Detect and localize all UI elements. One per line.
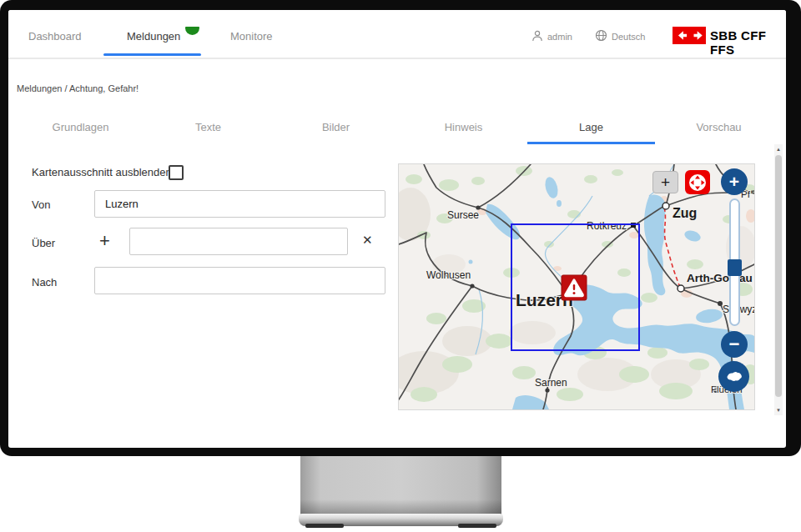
scrollbar-thumb[interactable] — [775, 155, 782, 397]
pan-mode-button[interactable] — [685, 170, 710, 194]
monitor-foot — [458, 524, 496, 528]
nav-item-dashboard[interactable]: Dashboard — [28, 30, 82, 43]
user-icon — [531, 30, 543, 42]
app-window: Dashboard Meldungen Monitore admin Deuts… — [8, 10, 786, 448]
header-divider — [8, 58, 786, 59]
place-label-sursee: Sursee — [447, 209, 479, 221]
meldungen-status-icon — [185, 27, 199, 35]
active-nav-underline — [103, 53, 201, 56]
nach-label: Nach — [32, 276, 57, 289]
tab-bar: Grundlagen Texte Bilder Hinweis Lage Vor… — [17, 117, 783, 144]
globe-icon — [595, 29, 607, 42]
place-label-arth-goldau: Arth-Goldau — [687, 272, 753, 284]
nav-item-meldungen[interactable]: Meldungen — [127, 30, 180, 43]
logged-in-user[interactable]: admin — [547, 32, 572, 42]
place-label-wolhusen: Wolhusen — [426, 269, 471, 281]
page: Dashboard Meldungen Monitore admin Deuts… — [0, 0, 801, 532]
box-zoom-button[interactable]: + — [652, 171, 678, 193]
breadcrumb: Meldungen / Achtung, Gefahr! — [17, 83, 139, 93]
scrollbar-down-arrow[interactable]: ▼ — [774, 405, 783, 415]
monitor-foot — [305, 524, 344, 528]
tab-hinweis[interactable]: Hinweis — [400, 117, 527, 144]
top-navbar: Dashboard Meldungen Monitore admin Deuts… — [8, 10, 786, 58]
tab-bilder[interactable]: Bilder — [272, 117, 400, 144]
switzerland-icon — [725, 370, 743, 383]
place-label-rotkreuz: Rotkreuz — [587, 220, 627, 232]
add-via-button[interactable]: + — [99, 228, 110, 253]
hide-map-label: Kartenausschnitt ausblenden — [32, 166, 172, 178]
tab-lage[interactable]: Lage — [527, 117, 655, 144]
content-scrollbar[interactable]: ▲ ▼ — [774, 144, 783, 415]
clear-via-button[interactable]: ✕ — [362, 233, 373, 248]
sbb-logo — [673, 27, 706, 44]
hide-map-checkbox[interactable] — [169, 165, 184, 180]
brand-text: SBB CFF FFS — [710, 28, 786, 57]
nav-item-monitore[interactable]: Monitore — [230, 30, 273, 43]
monitor-stand — [300, 456, 501, 514]
nach-input[interactable] — [94, 267, 385, 294]
move-icon — [688, 173, 707, 192]
map-canvas[interactable]: Sursee Wolhusen Luzern Rotkreuz Zug Arth… — [398, 163, 755, 410]
scrollbar-up-arrow[interactable]: ▲ — [774, 144, 783, 154]
zoom-out-button[interactable]: − — [721, 331, 748, 358]
map-svg: Sursee Wolhusen Luzern Rotkreuz Zug Arth… — [399, 164, 754, 409]
zoom-in-button[interactable]: + — [721, 168, 748, 195]
tab-grundlagen[interactable]: Grundlagen — [17, 117, 144, 144]
language-selector[interactable]: Deutsch — [612, 32, 645, 42]
tab-texte[interactable]: Texte — [144, 117, 272, 144]
tab-vorschau[interactable]: Vorschau — [655, 117, 783, 144]
place-label-zug: Zug — [673, 206, 697, 220]
warning-marker-icon[interactable] — [562, 275, 587, 300]
ueber-input[interactable] — [129, 228, 348, 255]
place-label-sarnen: Sarnen — [535, 377, 567, 389]
home-extent-button[interactable] — [718, 361, 749, 392]
von-input[interactable] — [94, 190, 385, 218]
ueber-label: Über — [32, 237, 55, 249]
von-label: Von — [32, 198, 50, 211]
zoom-slider-handle[interactable] — [728, 259, 742, 276]
